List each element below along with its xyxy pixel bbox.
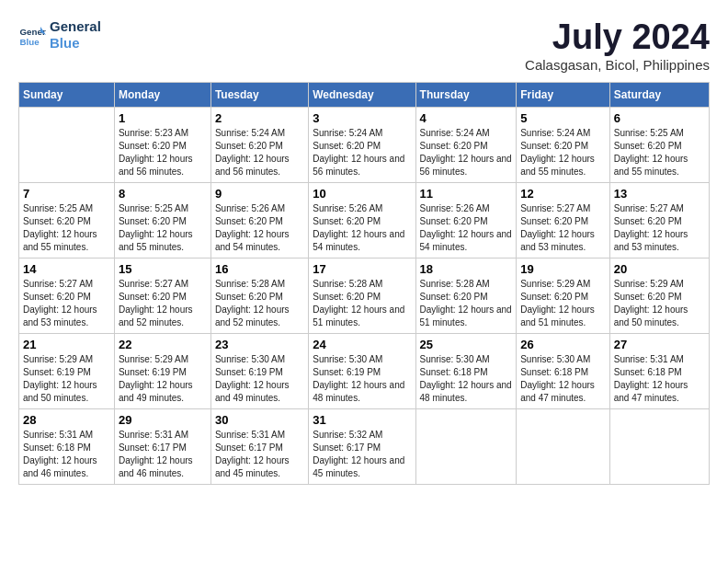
day-cell: 11 Sunrise: 5:26 AMSunset: 6:20 PMDaylig…	[415, 182, 517, 258]
day-number: 1	[119, 111, 207, 125]
day-info: Sunrise: 5:26 AMSunset: 6:20 PMDaylight:…	[313, 203, 404, 252]
day-number: 11	[420, 187, 513, 201]
header-cell-monday: Monday	[114, 82, 210, 107]
day-cell: 29 Sunrise: 5:31 AMSunset: 6:17 PMDaylig…	[114, 408, 210, 484]
day-cell: 18 Sunrise: 5:28 AMSunset: 6:20 PMDaylig…	[415, 258, 517, 333]
day-cell: 15 Sunrise: 5:27 AMSunset: 6:20 PMDaylig…	[114, 258, 210, 333]
day-number: 30	[215, 413, 304, 427]
day-number: 27	[614, 338, 705, 351]
week-row-5: 28 Sunrise: 5:31 AMSunset: 6:18 PMDaylig…	[19, 408, 710, 484]
month-title: July 2024	[525, 18, 710, 57]
day-number: 7	[23, 187, 110, 201]
day-info: Sunrise: 5:29 AMSunset: 6:19 PMDaylight:…	[119, 354, 193, 403]
logo-line1: General	[50, 18, 101, 35]
day-number: 29	[119, 413, 207, 427]
day-info: Sunrise: 5:27 AMSunset: 6:20 PMDaylight:…	[119, 279, 193, 327]
day-number: 5	[520, 111, 606, 125]
day-info: Sunrise: 5:25 AMSunset: 6:20 PMDaylight:…	[119, 203, 193, 252]
day-info: Sunrise: 5:24 AMSunset: 6:20 PMDaylight:…	[520, 128, 595, 177]
day-cell: 30 Sunrise: 5:31 AMSunset: 6:17 PMDaylig…	[210, 408, 308, 484]
header-cell-thursday: Thursday	[415, 82, 517, 107]
day-cell: 27 Sunrise: 5:31 AMSunset: 6:18 PMDaylig…	[609, 333, 709, 408]
day-number: 25	[420, 338, 513, 351]
day-info: Sunrise: 5:29 AMSunset: 6:20 PMDaylight:…	[520, 279, 595, 327]
week-row-3: 14 Sunrise: 5:27 AMSunset: 6:20 PMDaylig…	[19, 258, 710, 333]
day-cell: 26 Sunrise: 5:30 AMSunset: 6:18 PMDaylig…	[517, 333, 610, 408]
day-number: 14	[23, 262, 110, 276]
title-area: July 2024 Calasgasan, Bicol, Philippines	[525, 18, 710, 73]
week-row-1: 1 Sunrise: 5:23 AMSunset: 6:20 PMDayligh…	[19, 107, 710, 182]
day-number: 13	[614, 187, 705, 201]
day-info: Sunrise: 5:28 AMSunset: 6:20 PMDaylight:…	[215, 279, 290, 327]
day-number: 28	[23, 413, 110, 427]
day-cell: 14 Sunrise: 5:27 AMSunset: 6:20 PMDaylig…	[19, 258, 115, 333]
day-cell: 5 Sunrise: 5:24 AMSunset: 6:20 PMDayligh…	[517, 107, 610, 182]
day-info: Sunrise: 5:24 AMSunset: 6:20 PMDaylight:…	[215, 128, 290, 177]
day-cell: 22 Sunrise: 5:29 AMSunset: 6:19 PMDaylig…	[114, 333, 210, 408]
day-number: 8	[119, 187, 207, 201]
day-cell: 25 Sunrise: 5:30 AMSunset: 6:18 PMDaylig…	[415, 333, 517, 408]
day-info: Sunrise: 5:30 AMSunset: 6:19 PMDaylight:…	[313, 354, 404, 403]
day-info: Sunrise: 5:31 AMSunset: 6:17 PMDaylight:…	[215, 430, 290, 478]
day-info: Sunrise: 5:27 AMSunset: 6:20 PMDaylight:…	[23, 279, 97, 327]
day-number: 26	[520, 338, 606, 351]
day-cell: 4 Sunrise: 5:24 AMSunset: 6:20 PMDayligh…	[415, 107, 517, 182]
day-cell: 10 Sunrise: 5:26 AMSunset: 6:20 PMDaylig…	[309, 182, 415, 258]
day-info: Sunrise: 5:27 AMSunset: 6:20 PMDaylight:…	[614, 203, 688, 252]
day-cell: 8 Sunrise: 5:25 AMSunset: 6:20 PMDayligh…	[114, 182, 210, 258]
day-cell: 31 Sunrise: 5:32 AMSunset: 6:17 PMDaylig…	[309, 408, 415, 484]
day-info: Sunrise: 5:24 AMSunset: 6:20 PMDaylight:…	[420, 128, 512, 177]
day-cell: 21 Sunrise: 5:29 AMSunset: 6:19 PMDaylig…	[19, 333, 115, 408]
day-info: Sunrise: 5:26 AMSunset: 6:20 PMDaylight:…	[215, 203, 290, 252]
day-info: Sunrise: 5:23 AMSunset: 6:20 PMDaylight:…	[119, 128, 193, 177]
header-cell-tuesday: Tuesday	[210, 82, 308, 107]
day-cell	[19, 107, 115, 182]
header-cell-wednesday: Wednesday	[309, 82, 415, 107]
day-cell	[609, 408, 709, 484]
header-cell-saturday: Saturday	[609, 82, 709, 107]
day-number: 20	[614, 262, 705, 276]
logo: General Blue General Blue	[18, 18, 101, 52]
day-number: 21	[23, 338, 110, 351]
day-cell: 9 Sunrise: 5:26 AMSunset: 6:20 PMDayligh…	[210, 182, 308, 258]
week-row-4: 21 Sunrise: 5:29 AMSunset: 6:19 PMDaylig…	[19, 333, 710, 408]
day-info: Sunrise: 5:28 AMSunset: 6:20 PMDaylight:…	[313, 279, 404, 327]
day-cell: 20 Sunrise: 5:29 AMSunset: 6:20 PMDaylig…	[609, 258, 709, 333]
day-number: 24	[313, 338, 411, 351]
header-row: SundayMondayTuesdayWednesdayThursdayFrid…	[19, 82, 710, 107]
week-row-2: 7 Sunrise: 5:25 AMSunset: 6:20 PMDayligh…	[19, 182, 710, 258]
day-info: Sunrise: 5:30 AMSunset: 6:18 PMDaylight:…	[520, 354, 595, 403]
day-number: 19	[520, 262, 606, 276]
day-cell: 19 Sunrise: 5:29 AMSunset: 6:20 PMDaylig…	[517, 258, 610, 333]
day-info: Sunrise: 5:31 AMSunset: 6:18 PMDaylight:…	[23, 430, 97, 478]
day-info: Sunrise: 5:30 AMSunset: 6:18 PMDaylight:…	[420, 354, 512, 403]
day-info: Sunrise: 5:28 AMSunset: 6:20 PMDaylight:…	[420, 279, 512, 327]
day-cell: 12 Sunrise: 5:27 AMSunset: 6:20 PMDaylig…	[517, 182, 610, 258]
day-cell: 23 Sunrise: 5:30 AMSunset: 6:19 PMDaylig…	[210, 333, 308, 408]
header-cell-sunday: Sunday	[19, 82, 115, 107]
day-info: Sunrise: 5:25 AMSunset: 6:20 PMDaylight:…	[614, 128, 688, 177]
day-info: Sunrise: 5:31 AMSunset: 6:17 PMDaylight:…	[119, 430, 193, 478]
day-number: 18	[420, 262, 513, 276]
day-info: Sunrise: 5:27 AMSunset: 6:20 PMDaylight:…	[520, 203, 595, 252]
day-number: 15	[119, 262, 207, 276]
day-cell: 24 Sunrise: 5:30 AMSunset: 6:19 PMDaylig…	[309, 333, 415, 408]
day-info: Sunrise: 5:24 AMSunset: 6:20 PMDaylight:…	[313, 128, 404, 177]
header-cell-friday: Friday	[517, 82, 610, 107]
day-number: 4	[420, 111, 513, 125]
day-number: 10	[313, 187, 411, 201]
day-info: Sunrise: 5:29 AMSunset: 6:19 PMDaylight:…	[23, 354, 97, 403]
day-info: Sunrise: 5:29 AMSunset: 6:20 PMDaylight:…	[614, 279, 688, 327]
day-cell	[415, 408, 517, 484]
calendar-table: SundayMondayTuesdayWednesdayThursdayFrid…	[18, 82, 710, 485]
day-cell: 13 Sunrise: 5:27 AMSunset: 6:20 PMDaylig…	[609, 182, 709, 258]
day-number: 31	[313, 413, 411, 427]
day-cell: 6 Sunrise: 5:25 AMSunset: 6:20 PMDayligh…	[609, 107, 709, 182]
day-cell: 17 Sunrise: 5:28 AMSunset: 6:20 PMDaylig…	[309, 258, 415, 333]
day-number: 23	[215, 338, 304, 351]
day-cell: 3 Sunrise: 5:24 AMSunset: 6:20 PMDayligh…	[309, 107, 415, 182]
day-info: Sunrise: 5:30 AMSunset: 6:19 PMDaylight:…	[215, 354, 290, 403]
day-info: Sunrise: 5:26 AMSunset: 6:20 PMDaylight:…	[420, 203, 512, 252]
day-number: 6	[614, 111, 705, 125]
location-title: Calasgasan, Bicol, Philippines	[525, 57, 710, 73]
